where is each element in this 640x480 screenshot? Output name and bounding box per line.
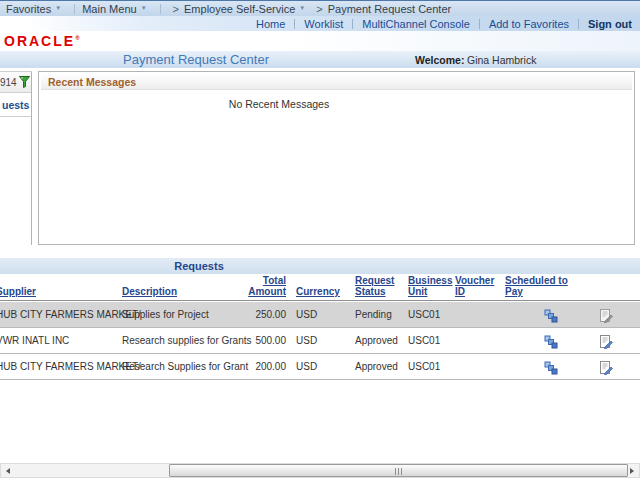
table-row[interactable]: HUB CITY FARMERS MARKET/ Research Suppli… [0,354,640,380]
filter-icon[interactable] [19,76,30,90]
welcome-user-name: Gina Hambrick [467,54,536,66]
column-header-request-status[interactable]: Request Status [355,275,405,297]
multichannel-console-link[interactable]: MultiChannel Console [362,18,470,30]
cell-supplier: VWR INATL INC [0,328,120,353]
requests-table-header: Supplier Description Total Amount Curren… [0,274,640,301]
column-header-business-unit[interactable]: Business Unit [408,275,454,297]
cell-supplier: HUB CITY FARMERS MARKET/ [0,354,120,379]
breadcrumb-employee-self-service[interactable]: Employee Self-Service [184,3,295,15]
requests-section-bar: Requests [0,258,640,274]
breadcrumb-separator [74,4,75,14]
dropdown-arrow-icon: ▼ [299,5,305,11]
edit-request-icon[interactable] [596,328,616,353]
breadcrumb-separator [160,4,161,14]
dropdown-arrow-icon: ▼ [141,5,147,11]
cell-business-unit: USC01 [408,302,454,327]
column-header-supplier[interactable]: Supplier [0,286,120,297]
table-row[interactable]: HUB CITY FARMERS MARKET/ Supplies for Pr… [0,302,640,328]
page-title: Payment Request Center [115,52,277,67]
related-actions-icon[interactable] [541,354,561,379]
related-actions-icon[interactable] [541,328,561,353]
column-header-currency[interactable]: Currency [296,286,341,297]
breadcrumb-favorites[interactable]: Favorites [6,3,51,15]
column-header-total-amount[interactable]: Total Amount [225,275,286,297]
home-link[interactable]: Home [256,18,285,30]
welcome-label: Welcome: [415,54,464,66]
left-pane-id-row: 914 [0,72,31,93]
scrollbar-grip-icon [394,468,403,475]
table-row[interactable]: VWR INATL INC Research supplies for Gran… [0,328,640,354]
cell-business-unit: USC01 [408,328,454,353]
cell-currency: USD [296,354,341,379]
left-pane-requests-row: uests [0,93,31,117]
oracle-logo: ORACLE® [4,33,80,49]
scrollbar-right-arrow-icon[interactable] [625,464,638,477]
column-header-scheduled-to-pay[interactable]: Scheduled to Pay [505,275,577,297]
breadcrumb: Favorites ▼ Main Menu ▼ > Employee Self-… [0,0,640,16]
breadcrumb-payment-request-center[interactable]: Payment Request Center [328,3,452,15]
worklist-link[interactable]: Worklist [304,18,343,30]
cell-request-status: Approved [355,328,405,353]
cell-request-status: Approved [355,354,405,379]
cell-supplier: HUB CITY FARMERS MARKET/ [0,302,120,327]
cell-total-amount: 200.00 [225,354,286,379]
header-links-bar: Home Worklist MultiChannel Console Add t… [0,16,640,31]
breadcrumb-main-menu[interactable]: Main Menu [82,3,136,15]
requests-section-title: Requests [0,258,398,274]
horizontal-scrollbar[interactable] [0,463,640,478]
recent-messages-header: Recent Messages [41,74,632,90]
request-id-fragment: 914 [0,77,17,88]
edit-request-icon[interactable] [596,354,616,379]
cell-request-status: Pending [355,302,405,327]
related-actions-icon[interactable] [541,302,561,327]
title-bar: Payment Request Center Welcome: Gina Ham… [0,51,640,68]
add-to-favorites-link[interactable]: Add to Favorites [489,18,569,30]
cell-total-amount: 250.00 [225,302,286,327]
logo-band: ORACLE® [0,31,640,51]
scrollbar-thumb[interactable] [169,464,628,477]
no-recent-messages-text: No Recent Messages [224,98,334,110]
left-pane: 914 uests [0,71,32,245]
sign-out-link[interactable]: Sign out [588,18,632,30]
payment-request-center-screen: Favorites ▼ Main Menu ▼ > Employee Self-… [0,0,640,480]
cell-total-amount: 500.00 [225,328,286,353]
link-separator [479,19,480,29]
link-separator [294,19,295,29]
recent-messages-panel: Recent Messages No Recent Messages [38,71,635,245]
column-header-voucher-id[interactable]: Voucher ID [455,275,503,297]
cell-currency: USD [296,302,341,327]
breadcrumb-path-separator: > [316,3,322,15]
link-separator [578,19,579,29]
dropdown-arrow-icon: ▼ [55,5,61,11]
cell-currency: USD [296,328,341,353]
scrollbar-left-arrow-icon[interactable] [2,464,15,477]
edit-request-icon[interactable] [596,302,616,327]
breadcrumb-path-separator: > [173,3,179,15]
link-separator [352,19,353,29]
requests-nav-link[interactable]: uests [2,99,29,111]
cell-business-unit: USC01 [408,354,454,379]
